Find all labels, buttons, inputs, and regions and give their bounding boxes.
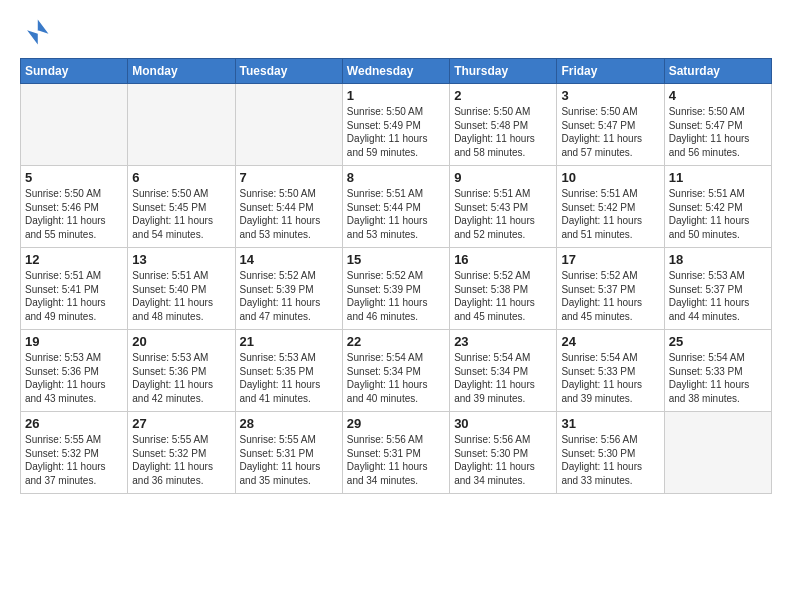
calendar-cell: 31Sunrise: 5:56 AM Sunset: 5:30 PM Dayli… — [557, 412, 664, 494]
calendar-cell: 4Sunrise: 5:50 AM Sunset: 5:47 PM Daylig… — [664, 84, 771, 166]
calendar-cell: 28Sunrise: 5:55 AM Sunset: 5:31 PM Dayli… — [235, 412, 342, 494]
day-number: 16 — [454, 252, 552, 267]
day-number: 18 — [669, 252, 767, 267]
calendar-cell: 25Sunrise: 5:54 AM Sunset: 5:33 PM Dayli… — [664, 330, 771, 412]
calendar-cell: 24Sunrise: 5:54 AM Sunset: 5:33 PM Dayli… — [557, 330, 664, 412]
calendar-cell: 22Sunrise: 5:54 AM Sunset: 5:34 PM Dayli… — [342, 330, 449, 412]
calendar-cell — [664, 412, 771, 494]
day-number: 19 — [25, 334, 123, 349]
calendar-cell: 20Sunrise: 5:53 AM Sunset: 5:36 PM Dayli… — [128, 330, 235, 412]
day-info: Sunrise: 5:56 AM Sunset: 5:30 PM Dayligh… — [561, 433, 659, 487]
day-number: 6 — [132, 170, 230, 185]
day-info: Sunrise: 5:52 AM Sunset: 5:38 PM Dayligh… — [454, 269, 552, 323]
day-number: 24 — [561, 334, 659, 349]
day-info: Sunrise: 5:51 AM Sunset: 5:40 PM Dayligh… — [132, 269, 230, 323]
calendar-cell: 11Sunrise: 5:51 AM Sunset: 5:42 PM Dayli… — [664, 166, 771, 248]
day-number: 23 — [454, 334, 552, 349]
day-info: Sunrise: 5:50 AM Sunset: 5:47 PM Dayligh… — [561, 105, 659, 159]
weekday-header: Monday — [128, 59, 235, 84]
day-info: Sunrise: 5:54 AM Sunset: 5:34 PM Dayligh… — [454, 351, 552, 405]
calendar-cell: 21Sunrise: 5:53 AM Sunset: 5:35 PM Dayli… — [235, 330, 342, 412]
day-number: 26 — [25, 416, 123, 431]
calendar-cell: 1Sunrise: 5:50 AM Sunset: 5:49 PM Daylig… — [342, 84, 449, 166]
day-number: 17 — [561, 252, 659, 267]
calendar-week-row: 5Sunrise: 5:50 AM Sunset: 5:46 PM Daylig… — [21, 166, 772, 248]
day-number: 28 — [240, 416, 338, 431]
day-number: 8 — [347, 170, 445, 185]
day-info: Sunrise: 5:51 AM Sunset: 5:43 PM Dayligh… — [454, 187, 552, 241]
calendar-cell: 27Sunrise: 5:55 AM Sunset: 5:32 PM Dayli… — [128, 412, 235, 494]
day-number: 14 — [240, 252, 338, 267]
day-number: 9 — [454, 170, 552, 185]
calendar-cell: 26Sunrise: 5:55 AM Sunset: 5:32 PM Dayli… — [21, 412, 128, 494]
day-info: Sunrise: 5:56 AM Sunset: 5:31 PM Dayligh… — [347, 433, 445, 487]
day-info: Sunrise: 5:54 AM Sunset: 5:34 PM Dayligh… — [347, 351, 445, 405]
calendar-cell: 14Sunrise: 5:52 AM Sunset: 5:39 PM Dayli… — [235, 248, 342, 330]
day-number: 27 — [132, 416, 230, 431]
calendar-cell: 12Sunrise: 5:51 AM Sunset: 5:41 PM Dayli… — [21, 248, 128, 330]
day-number: 22 — [347, 334, 445, 349]
calendar-cell — [21, 84, 128, 166]
calendar-cell — [128, 84, 235, 166]
day-info: Sunrise: 5:52 AM Sunset: 5:39 PM Dayligh… — [347, 269, 445, 323]
day-info: Sunrise: 5:52 AM Sunset: 5:39 PM Dayligh… — [240, 269, 338, 323]
day-info: Sunrise: 5:51 AM Sunset: 5:41 PM Dayligh… — [25, 269, 123, 323]
day-number: 10 — [561, 170, 659, 185]
day-info: Sunrise: 5:53 AM Sunset: 5:36 PM Dayligh… — [25, 351, 123, 405]
day-number: 25 — [669, 334, 767, 349]
calendar-cell: 23Sunrise: 5:54 AM Sunset: 5:34 PM Dayli… — [450, 330, 557, 412]
calendar-week-row: 1Sunrise: 5:50 AM Sunset: 5:49 PM Daylig… — [21, 84, 772, 166]
weekday-header: Friday — [557, 59, 664, 84]
day-number: 31 — [561, 416, 659, 431]
day-number: 21 — [240, 334, 338, 349]
calendar-cell: 15Sunrise: 5:52 AM Sunset: 5:39 PM Dayli… — [342, 248, 449, 330]
day-number: 1 — [347, 88, 445, 103]
day-info: Sunrise: 5:55 AM Sunset: 5:32 PM Dayligh… — [25, 433, 123, 487]
day-number: 29 — [347, 416, 445, 431]
calendar: SundayMondayTuesdayWednesdayThursdayFrid… — [20, 58, 772, 494]
header — [20, 16, 772, 48]
logo-icon — [20, 16, 52, 48]
calendar-cell: 16Sunrise: 5:52 AM Sunset: 5:38 PM Dayli… — [450, 248, 557, 330]
calendar-week-row: 12Sunrise: 5:51 AM Sunset: 5:41 PM Dayli… — [21, 248, 772, 330]
calendar-cell: 13Sunrise: 5:51 AM Sunset: 5:40 PM Dayli… — [128, 248, 235, 330]
weekday-header: Tuesday — [235, 59, 342, 84]
day-info: Sunrise: 5:53 AM Sunset: 5:36 PM Dayligh… — [132, 351, 230, 405]
day-info: Sunrise: 5:50 AM Sunset: 5:49 PM Dayligh… — [347, 105, 445, 159]
weekday-header: Sunday — [21, 59, 128, 84]
calendar-week-row: 19Sunrise: 5:53 AM Sunset: 5:36 PM Dayli… — [21, 330, 772, 412]
calendar-cell: 9Sunrise: 5:51 AM Sunset: 5:43 PM Daylig… — [450, 166, 557, 248]
day-info: Sunrise: 5:56 AM Sunset: 5:30 PM Dayligh… — [454, 433, 552, 487]
weekday-header: Wednesday — [342, 59, 449, 84]
day-number: 7 — [240, 170, 338, 185]
page: SundayMondayTuesdayWednesdayThursdayFrid… — [0, 0, 792, 612]
calendar-cell: 2Sunrise: 5:50 AM Sunset: 5:48 PM Daylig… — [450, 84, 557, 166]
calendar-cell: 29Sunrise: 5:56 AM Sunset: 5:31 PM Dayli… — [342, 412, 449, 494]
day-info: Sunrise: 5:51 AM Sunset: 5:44 PM Dayligh… — [347, 187, 445, 241]
calendar-cell: 17Sunrise: 5:52 AM Sunset: 5:37 PM Dayli… — [557, 248, 664, 330]
calendar-cell — [235, 84, 342, 166]
day-number: 12 — [25, 252, 123, 267]
day-info: Sunrise: 5:54 AM Sunset: 5:33 PM Dayligh… — [669, 351, 767, 405]
calendar-cell: 3Sunrise: 5:50 AM Sunset: 5:47 PM Daylig… — [557, 84, 664, 166]
weekday-row: SundayMondayTuesdayWednesdayThursdayFrid… — [21, 59, 772, 84]
day-number: 4 — [669, 88, 767, 103]
day-info: Sunrise: 5:51 AM Sunset: 5:42 PM Dayligh… — [669, 187, 767, 241]
day-number: 2 — [454, 88, 552, 103]
day-number: 13 — [132, 252, 230, 267]
calendar-cell: 19Sunrise: 5:53 AM Sunset: 5:36 PM Dayli… — [21, 330, 128, 412]
calendar-cell: 30Sunrise: 5:56 AM Sunset: 5:30 PM Dayli… — [450, 412, 557, 494]
weekday-header: Saturday — [664, 59, 771, 84]
day-info: Sunrise: 5:53 AM Sunset: 5:37 PM Dayligh… — [669, 269, 767, 323]
day-number: 20 — [132, 334, 230, 349]
day-info: Sunrise: 5:50 AM Sunset: 5:45 PM Dayligh… — [132, 187, 230, 241]
calendar-cell: 8Sunrise: 5:51 AM Sunset: 5:44 PM Daylig… — [342, 166, 449, 248]
day-info: Sunrise: 5:51 AM Sunset: 5:42 PM Dayligh… — [561, 187, 659, 241]
svg-marker-0 — [27, 20, 48, 45]
day-info: Sunrise: 5:54 AM Sunset: 5:33 PM Dayligh… — [561, 351, 659, 405]
day-info: Sunrise: 5:52 AM Sunset: 5:37 PM Dayligh… — [561, 269, 659, 323]
day-number: 15 — [347, 252, 445, 267]
day-info: Sunrise: 5:53 AM Sunset: 5:35 PM Dayligh… — [240, 351, 338, 405]
calendar-body: 1Sunrise: 5:50 AM Sunset: 5:49 PM Daylig… — [21, 84, 772, 494]
day-info: Sunrise: 5:50 AM Sunset: 5:44 PM Dayligh… — [240, 187, 338, 241]
